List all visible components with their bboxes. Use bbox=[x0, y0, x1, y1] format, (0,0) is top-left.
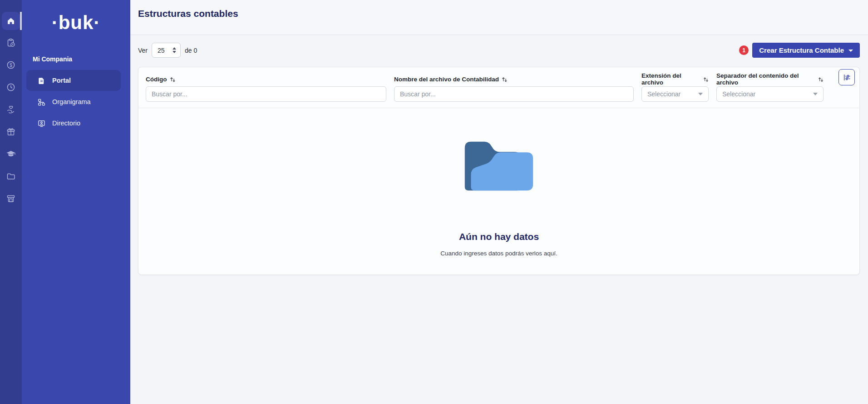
id-badge-icon bbox=[37, 119, 46, 128]
sidebar: ·buk· Mi Compania Portal Organigrama bbox=[22, 0, 130, 404]
folder-icon[interactable] bbox=[6, 171, 16, 181]
chevron-down-icon bbox=[698, 93, 703, 95]
graduation-cap-icon[interactable] bbox=[6, 149, 16, 159]
sort-arrows-icon bbox=[703, 76, 709, 82]
page-header: Estructuras contables bbox=[130, 0, 868, 35]
sliders-icon bbox=[843, 73, 851, 82]
column-settings-button[interactable] bbox=[838, 69, 855, 85]
sidebar-item-organigrama[interactable]: Organigrama bbox=[26, 91, 121, 112]
filter-select-separador[interactable]: Seleccionar bbox=[716, 86, 824, 102]
coin-icon[interactable]: $ bbox=[6, 60, 16, 70]
table-header-row: Código Nombre del archivo de Contabilida… bbox=[146, 74, 852, 85]
column-header-extension[interactable]: Extensión del archivo bbox=[641, 74, 709, 85]
column-label: Código bbox=[146, 76, 167, 83]
org-chart-icon bbox=[37, 98, 46, 106]
svg-text:$: $ bbox=[10, 63, 12, 68]
rail-item-home[interactable] bbox=[2, 12, 20, 30]
filter-input-nombre-archivo[interactable] bbox=[394, 86, 634, 102]
rail-active-indicator bbox=[20, 12, 22, 30]
clipboard-clock-icon[interactable] bbox=[6, 38, 16, 48]
empty-folder-illustration bbox=[461, 132, 537, 198]
filter-input-codigo[interactable] bbox=[146, 86, 386, 102]
empty-state-subtitle: Cuando ingreses datos podrás verlos aquí… bbox=[146, 250, 852, 257]
hand-heart-icon[interactable] bbox=[6, 105, 16, 115]
home-icon bbox=[6, 16, 16, 26]
sidebar-item-portal[interactable]: Portal bbox=[26, 70, 121, 91]
filter-select-extension[interactable]: Seleccionar bbox=[641, 86, 709, 102]
column-header-separador[interactable]: Separador del contenido del archivo bbox=[716, 74, 824, 85]
chevron-down-icon bbox=[848, 50, 853, 52]
filter-row: Seleccionar Seleccionar bbox=[146, 86, 852, 102]
toolbar: Ver 25 de 0 1 Crear Estructura Contable bbox=[138, 43, 860, 58]
create-structure-button-label: Crear Estructura Contable bbox=[759, 46, 844, 54]
sort-arrows-icon bbox=[818, 76, 824, 82]
sidebar-item-label: Directorio bbox=[52, 120, 80, 127]
page-size-value: 25 bbox=[158, 47, 165, 54]
notification-badge: 1 bbox=[739, 45, 749, 55]
page-title: Estructuras contables bbox=[138, 8, 868, 19]
sort-arrows-icon bbox=[502, 76, 508, 82]
buk-logo: ·buk· bbox=[22, 12, 130, 34]
main-content: Estructuras contables Ver 25 de 0 1 Crea… bbox=[130, 0, 868, 404]
select-value: Seleccionar bbox=[647, 90, 681, 98]
sidebar-item-label: Portal bbox=[52, 77, 71, 84]
total-count-label: de 0 bbox=[185, 47, 197, 54]
clock-icon[interactable] bbox=[6, 82, 16, 92]
empty-state: Aún no hay datos Cuando ingreses datos p… bbox=[146, 108, 852, 257]
storefront-icon[interactable] bbox=[6, 194, 16, 204]
sidebar-item-label: Organigrama bbox=[52, 98, 91, 105]
column-label: Separador del contenido del archivo bbox=[716, 72, 815, 86]
column-label: Nombre del archivo de Contabilidad bbox=[394, 76, 499, 83]
chevron-down-icon bbox=[813, 93, 818, 95]
column-label: Extensión del archivo bbox=[641, 72, 700, 86]
spinner-arrows-icon bbox=[173, 47, 176, 53]
sidebar-item-directorio[interactable]: Directorio bbox=[26, 113, 121, 134]
select-value: Seleccionar bbox=[722, 90, 755, 98]
page-size-label: Ver bbox=[138, 47, 148, 54]
empty-state-title: Aún no hay datos bbox=[146, 231, 852, 242]
create-structure-button[interactable]: Crear Estructura Contable bbox=[752, 43, 860, 58]
page-size-select[interactable]: 25 bbox=[152, 43, 181, 58]
icon-rail: $ bbox=[0, 0, 22, 404]
table-card: Código Nombre del archivo de Contabilida… bbox=[138, 67, 860, 275]
column-header-codigo[interactable]: Código bbox=[146, 74, 386, 85]
sidebar-section-label: Mi Compania bbox=[33, 55, 130, 63]
gift-icon[interactable] bbox=[6, 127, 16, 137]
sort-arrows-icon bbox=[170, 76, 176, 82]
column-header-nombre-archivo[interactable]: Nombre del archivo de Contabilidad bbox=[394, 74, 634, 85]
document-icon bbox=[37, 76, 46, 85]
